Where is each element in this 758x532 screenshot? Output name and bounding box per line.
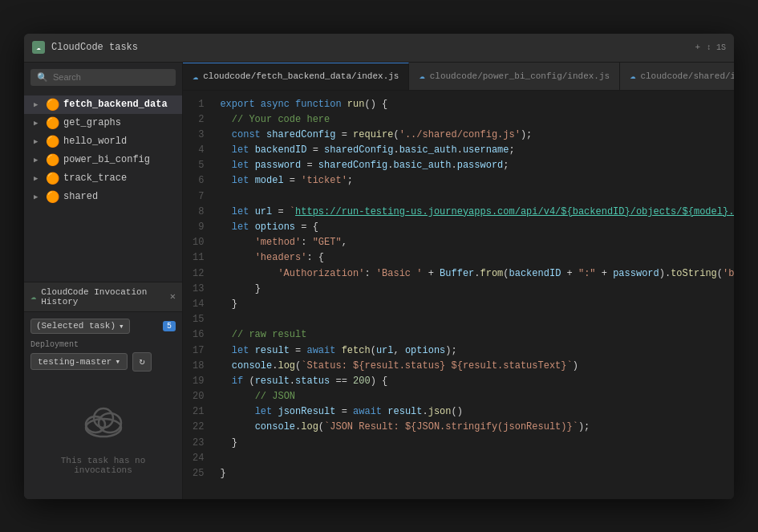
cloud-icon-get-graphs: 🟠: [46, 116, 59, 130]
chevron-icon: ▶: [34, 137, 42, 146]
deployment-dropdown[interactable]: testing-master ▾: [30, 353, 128, 370]
chevron-icon: ▶: [34, 156, 42, 164]
tab-cloud-icon-shared: ☁: [630, 70, 635, 82]
close-invocation-button[interactable]: ✕: [170, 290, 176, 303]
deployment-label: Deployment: [30, 340, 176, 349]
item-label-get-graphs: get_graphs: [63, 117, 121, 128]
chevron-icon: ▶: [34, 100, 42, 109]
title-bar-actions: + ↕ 1S: [695, 43, 726, 52]
item-label-shared: shared: [63, 191, 98, 202]
cloud-icon-fetch: 🟠: [46, 98, 59, 112]
tab-label-power-bi: cloudcode/power_bi_config/index.js: [430, 71, 610, 81]
invocation-count-badge: 5: [163, 321, 176, 331]
code-editor[interactable]: 1234567891011121314151617181920212223242…: [183, 91, 734, 499]
count-label: ↕ 1S: [707, 43, 726, 52]
chevron-icon: ▶: [34, 119, 42, 128]
selected-task-dropdown[interactable]: (Selected task) ▾: [30, 319, 130, 334]
no-invocations-text-line2: invocations: [74, 465, 132, 475]
tree-item-track-trace[interactable]: ▶ 🟠 track_trace: [24, 169, 182, 188]
cloud-icon-power-bi: 🟠: [46, 153, 59, 167]
chevron-down-icon: ▾: [115, 356, 120, 367]
tab-power-bi-config[interactable]: ☁ cloudcode/power_bi_config/index.js: [409, 63, 620, 90]
item-label-track-trace: track_trace: [63, 173, 127, 184]
tab-cloud-icon-fetch: ☁: [193, 71, 198, 83]
invocation-title: CloudCode Invocation History: [41, 287, 165, 307]
tab-fetch-backend-data[interactable]: ☁ cloudcode/fetch_backend_data/index.js: [183, 63, 409, 90]
chevron-icon: ▶: [34, 193, 42, 201]
invocation-panel: ☁ CloudCode Invocation History ✕ (Select…: [24, 282, 182, 499]
item-label-hello-world: hello_world: [63, 136, 127, 147]
cloud-icon-shared: 🟠: [46, 190, 59, 204]
invocation-header: ☁ CloudCode Invocation History ✕: [24, 282, 182, 312]
line-numbers: 1234567891011121314151617181920212223242…: [183, 97, 213, 493]
tab-bar: ☁ cloudcode/fetch_backend_data/index.js …: [183, 63, 734, 91]
item-label-fetch: fetch_backend_data: [63, 99, 168, 110]
tab-label-fetch: cloudcode/fetch_backend_data/index.js: [203, 71, 399, 81]
cloud-empty-icon: [79, 402, 128, 446]
search-icon: 🔍: [37, 72, 48, 83]
chevron-icon: ▶: [34, 174, 42, 183]
tree-item-power-bi-config[interactable]: ▶ 🟠 power_bi_config: [24, 151, 182, 169]
tab-label-shared: cloudcode/shared/index.js: [640, 71, 734, 81]
tab-cloud-icon-power-bi: ☁: [419, 70, 424, 82]
refresh-button[interactable]: ↻: [132, 352, 152, 372]
cloudcode-icon: ☁: [32, 41, 45, 54]
editor-area: ☁ cloudcode/fetch_backend_data/index.js …: [183, 63, 734, 499]
tree-item-fetch-backend-data[interactable]: ▶ 🟠 fetch_backend_data: [24, 95, 182, 114]
cloud-icon-track-trace: 🟠: [46, 172, 59, 185]
tree-item-shared[interactable]: ▶ 🟠 shared: [24, 188, 182, 206]
item-label-power-bi: power_bi_config: [63, 154, 150, 165]
sidebar-top: 🔍 ▶ 🟠 fetch_backend_data ▶ 🟠 get_graphs: [24, 63, 182, 282]
file-tree: ▶ 🟠 fetch_backend_data ▶ 🟠 get_graphs ▶ …: [24, 92, 182, 209]
main-area: 🔍 ▶ 🟠 fetch_backend_data ▶ 🟠 get_graphs: [24, 63, 734, 499]
deployment-row: testing-master ▾ ↻: [30, 352, 176, 372]
add-button[interactable]: +: [695, 43, 700, 52]
no-invocations-area: This task has no invocations: [24, 378, 182, 499]
tree-item-get-graphs[interactable]: ▶ 🟠 get_graphs: [24, 114, 182, 132]
tree-item-hello-world[interactable]: ▶ 🟠 hello_world: [24, 132, 182, 151]
selected-task-row: (Selected task) ▾ 5: [30, 319, 176, 334]
cloud-icon-hello-world: 🟠: [46, 135, 59, 148]
no-invocations-text-line1: This task has no: [61, 456, 146, 465]
app-container: ☁ CloudCode tasks + ↕ 1S 🔍 ▶ 🟠: [24, 34, 734, 499]
title-bar-text: CloudCode tasks: [51, 42, 695, 53]
search-bar[interactable]: 🔍: [30, 69, 176, 86]
search-input[interactable]: [53, 72, 169, 82]
code-content[interactable]: export async function run() { // Your co…: [213, 97, 734, 493]
sidebar: 🔍 ▶ 🟠 fetch_backend_data ▶ 🟠 get_graphs: [24, 63, 183, 499]
chevron-down-icon: ▾: [119, 321, 124, 331]
tab-shared[interactable]: ☁ cloudcode/shared/index.js: [620, 63, 734, 90]
invocation-controls: (Selected task) ▾ 5 Deployment testing-m…: [24, 312, 182, 378]
title-bar: ☁ CloudCode tasks + ↕ 1S: [24, 34, 734, 63]
invocation-cloud-icon: ☁: [30, 290, 36, 303]
